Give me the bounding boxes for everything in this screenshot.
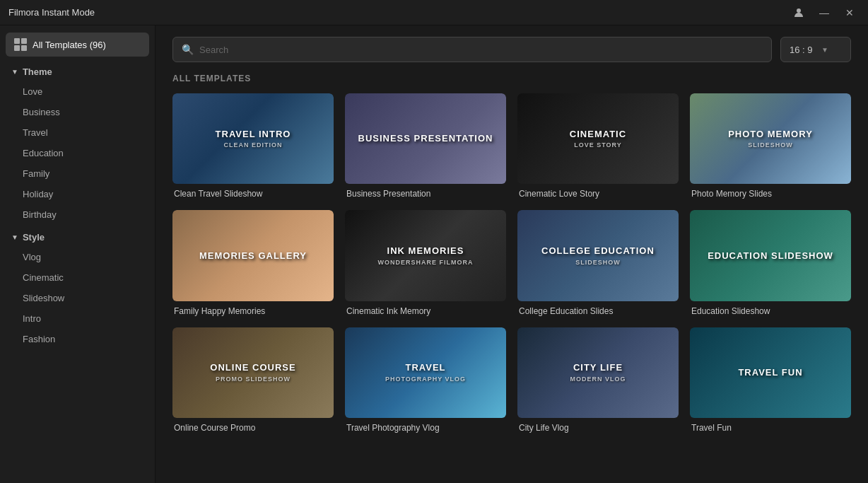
- template-name-clean-travel: Clean Travel Slideshow: [172, 189, 334, 199]
- minimize-button[interactable]: —: [814, 3, 834, 23]
- sidebar-item-love[interactable]: Love: [3, 81, 152, 102]
- user-button[interactable]: [789, 3, 809, 23]
- template-name-online-course: Online Course Promo: [172, 423, 334, 433]
- template-name-photo-memory: Photo Memory Slides: [690, 189, 851, 199]
- sidebar-theme-section: ▼ Theme Love Business Travel Education F…: [0, 62, 155, 225]
- template-thumb-main-text-online-course: ONLINE COURSE: [210, 362, 295, 373]
- template-thumb-sub-text-travel-photo: Photography Vlog: [385, 376, 466, 383]
- template-thumb-sub-text-city-life: Modern Vlog: [570, 376, 626, 383]
- svg-point-0: [797, 8, 801, 13]
- template-card-city-life[interactable]: CITY LIFEModern VlogCity Life Vlog: [517, 327, 679, 433]
- all-templates-button[interactable]: All Templates (96): [6, 33, 149, 57]
- template-thumb-main-text-photo-memory: Photo Memory: [728, 129, 813, 140]
- template-card-college[interactable]: COLLEGE EDUCATIONSlideshowCollege Educat…: [517, 210, 679, 315]
- template-card-edu-slideshow[interactable]: Education SlideshowEducation Slideshow: [690, 210, 851, 315]
- template-card-cinematic[interactable]: CINEMaTICLove StoryCinematic Love Story: [517, 93, 679, 199]
- chevron-down-icon: ▼: [821, 46, 828, 54]
- template-thumb-sub-text-ink: Wondershare Filmora: [378, 259, 474, 266]
- template-name-travel-fun: Travel Fun: [690, 423, 851, 433]
- sidebar-item-intro[interactable]: Intro: [3, 308, 152, 329]
- sidebar-style-section: ▼ Style Vlog Cinematic Slideshow Intro F…: [0, 228, 155, 349]
- template-thumb-main-text-family: Memories Gallery: [199, 250, 307, 262]
- sidebar-item-holiday[interactable]: Holiday: [3, 184, 152, 204]
- template-card-business[interactable]: Business PresentationBusiness Presentati…: [345, 93, 506, 199]
- sidebar-style-header[interactable]: ▼ Style: [0, 228, 155, 247]
- template-thumb-main-text-clean-travel: Travel Intro: [216, 129, 291, 140]
- template-thumb-main-text-cinematic: CINEMaTIC: [570, 129, 626, 140]
- section-label: ALL TEMPLATES: [172, 74, 851, 83]
- app-title: Filmora Instant Mode: [8, 7, 95, 18]
- template-thumb-main-text-edu-slideshow: Education Slideshow: [708, 250, 833, 262]
- template-thumb-sub-text-clean-travel: Clean Edition: [223, 141, 282, 149]
- sidebar-item-vlog[interactable]: Vlog: [3, 247, 152, 267]
- search-bar: 🔍 16 : 9 9 : 16 1 : 1 4 : 3 ▼: [172, 37, 851, 62]
- template-name-cinematic: Cinematic Love Story: [517, 189, 679, 199]
- template-thumb-sub-text-online-course: Promo Slideshow: [216, 376, 291, 383]
- close-icon: ✕: [845, 7, 854, 18]
- template-thumb-main-text-travel-fun: TRAVEL FUN: [738, 367, 802, 378]
- template-name-family: Family Happy Memories: [172, 306, 334, 316]
- sidebar-item-fashion[interactable]: Fashion: [3, 329, 152, 349]
- template-name-business: Business Presentation: [345, 189, 506, 199]
- template-card-photo-memory[interactable]: Photo MemorySlideshowPhoto Memory Slides: [690, 93, 851, 199]
- search-icon: 🔍: [182, 44, 194, 55]
- template-name-edu-slideshow: Education Slideshow: [690, 306, 851, 316]
- template-thumb-main-text-ink: INK MEMORIES: [387, 245, 464, 257]
- window-controls: — ✕: [789, 3, 860, 23]
- all-templates-label: All Templates (96): [33, 40, 106, 50]
- grid-icon: [14, 38, 27, 51]
- ratio-dropdown[interactable]: 16 : 9 9 : 16 1 : 1 4 : 3: [790, 45, 816, 55]
- ratio-select[interactable]: 16 : 9 9 : 16 1 : 1 4 : 3 ▼: [780, 37, 851, 62]
- sidebar-theme-header[interactable]: ▼ Theme: [0, 62, 155, 81]
- template-name-college: College Education Slides: [517, 306, 679, 316]
- template-thumb-sub-text-photo-memory: Slideshow: [748, 141, 793, 149]
- template-thumb-main-text-business: Business Presentation: [358, 133, 493, 144]
- theme-arrow-icon: ▼: [11, 68, 18, 76]
- template-thumb-sub-text-cinematic: Love Story: [574, 141, 622, 149]
- template-card-online-course[interactable]: ONLINE COURSEPromo SlideshowOnline Cours…: [172, 327, 334, 433]
- template-thumb-main-text-college: COLLEGE EDUCATION: [541, 245, 655, 257]
- template-card-ink[interactable]: INK MEMORIESWondershare FilmoraCinematic…: [345, 210, 506, 315]
- template-card-travel-fun[interactable]: TRAVEL FUNTravel Fun: [690, 327, 851, 433]
- user-icon: [793, 7, 804, 18]
- sidebar-item-business[interactable]: Business: [3, 102, 152, 122]
- sidebar-item-family[interactable]: Family: [3, 163, 152, 184]
- main-layout: All Templates (96) ▼ Theme Love Business…: [0, 25, 868, 483]
- sidebar: All Templates (96) ▼ Theme Love Business…: [0, 25, 156, 483]
- sidebar-item-birthday[interactable]: Birthday: [3, 204, 152, 225]
- template-card-family[interactable]: Memories GalleryFamily Happy Memories: [172, 210, 334, 315]
- template-grid: Travel IntroClean EditionClean Travel Sl…: [172, 93, 851, 433]
- style-arrow-icon: ▼: [11, 233, 18, 241]
- template-name-city-life: City Life Vlog: [517, 423, 679, 433]
- search-input[interactable]: [199, 45, 763, 55]
- sidebar-item-cinematic[interactable]: Cinematic: [3, 267, 152, 288]
- template-thumb-main-text-travel-photo: Travel: [405, 362, 445, 373]
- template-thumb-main-text-city-life: CITY LIFE: [573, 362, 623, 373]
- template-card-travel-photo[interactable]: TravelPhotography VlogTravel Photography…: [345, 327, 506, 433]
- template-card-clean-travel[interactable]: Travel IntroClean EditionClean Travel Sl…: [172, 93, 334, 199]
- search-input-wrap[interactable]: 🔍: [172, 37, 772, 62]
- style-label: Style: [23, 232, 45, 243]
- template-name-travel-photo: Travel Photography Vlog: [345, 423, 506, 433]
- sidebar-item-travel[interactable]: Travel: [3, 122, 152, 143]
- sidebar-item-slideshow[interactable]: Slideshow: [3, 288, 152, 308]
- minimize-icon: —: [819, 7, 829, 18]
- content-area: 🔍 16 : 9 9 : 16 1 : 1 4 : 3 ▼ ALL TEMPLA…: [156, 25, 868, 483]
- template-name-ink: Cinematic Ink Memory: [345, 306, 506, 316]
- theme-label: Theme: [23, 66, 52, 77]
- titlebar: Filmora Instant Mode — ✕: [0, 0, 868, 25]
- close-button[interactable]: ✕: [840, 3, 860, 23]
- template-thumb-sub-text-college: Slideshow: [575, 259, 621, 266]
- sidebar-item-education[interactable]: Education: [3, 143, 152, 163]
